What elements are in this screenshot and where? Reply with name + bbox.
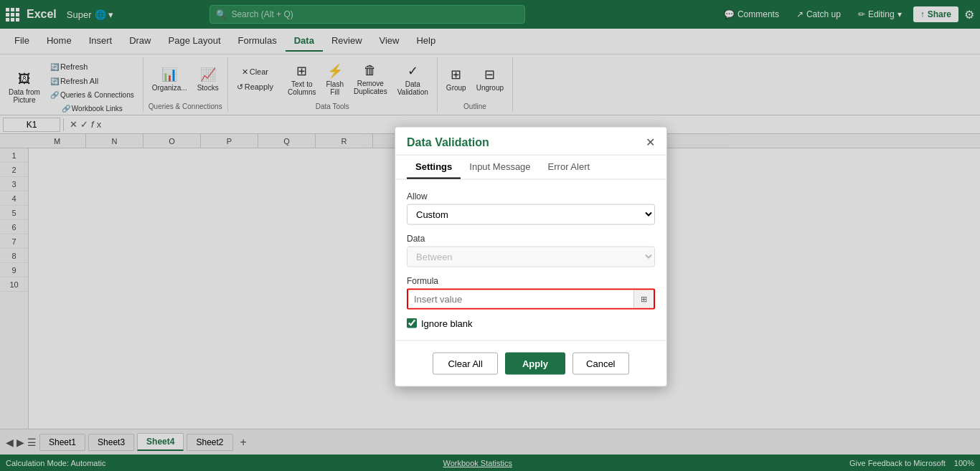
modal-body: Allow Any value Whole number Decimal Lis… [395,179,666,340]
modal-header: Data Validation ✕ [395,127,666,155]
allow-group: Allow Any value Whole number Decimal Lis… [407,191,655,224]
formula-field-wrap: ⊞ [407,288,655,309]
allow-select[interactable]: Any value Whole number Decimal List Date… [407,204,655,224]
data-label: Data [407,233,655,243]
formula-input-field[interactable] [408,290,633,308]
formula-label: Formula [407,275,655,285]
modal-tab-error-alert[interactable]: Error Alert [540,155,599,179]
allow-label: Allow [407,191,655,201]
ignore-blank-label[interactable]: Ignore blank [421,318,473,328]
modal-tabs: Settings Input Message Error Alert [395,155,666,179]
data-select[interactable]: Between [407,246,655,267]
ignore-blank-checkbox[interactable] [407,318,417,328]
modal-title: Data Validation [407,135,489,148]
apply-button[interactable]: Apply [505,352,565,374]
data-validation-modal: Data Validation ✕ Settings Input Message… [395,126,667,386]
range-picker-icon: ⊞ [641,294,647,303]
modal-tab-settings[interactable]: Settings [407,155,461,179]
formula-group: Formula ⊞ [407,275,655,309]
modal-close-button[interactable]: ✕ [646,136,655,148]
modal-tab-input-message[interactable]: Input Message [461,155,539,179]
ignore-blank-row: Ignore blank [407,318,655,328]
clear-all-button[interactable]: Clear All [433,352,497,374]
modal-footer: Clear All Apply Cancel [395,340,666,386]
data-group: Data Between [407,233,655,267]
cancel-button[interactable]: Cancel [573,352,628,374]
formula-range-picker-button[interactable]: ⊞ [633,290,654,308]
